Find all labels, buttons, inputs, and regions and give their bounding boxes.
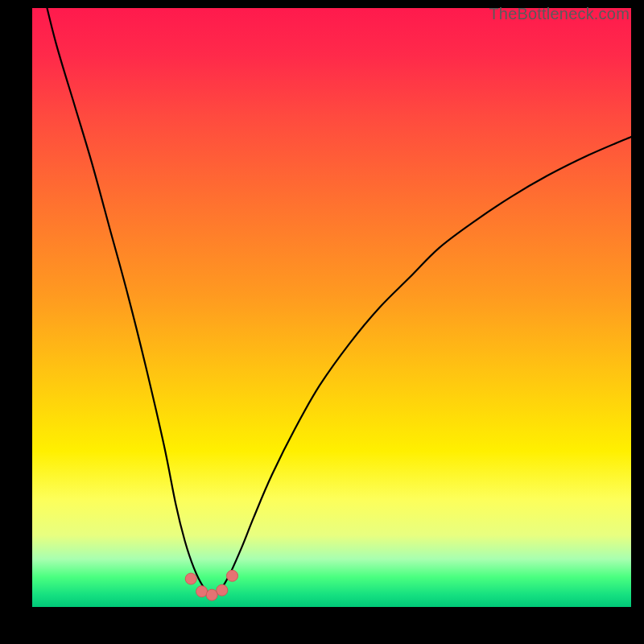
data-marker <box>196 586 208 597</box>
curve-layer <box>44 8 631 595</box>
data-marker <box>217 584 228 596</box>
data-marker <box>227 570 238 581</box>
watermark-text: TheBottleneck.com <box>489 5 630 23</box>
marker-layer <box>185 570 237 601</box>
chart-frame: TheBottleneck.com <box>0 0 644 644</box>
data-marker <box>185 573 196 584</box>
bottleneck-curve <box>44 8 631 595</box>
chart-svg <box>32 8 631 607</box>
plot-area <box>32 8 631 607</box>
data-marker <box>206 589 217 601</box>
